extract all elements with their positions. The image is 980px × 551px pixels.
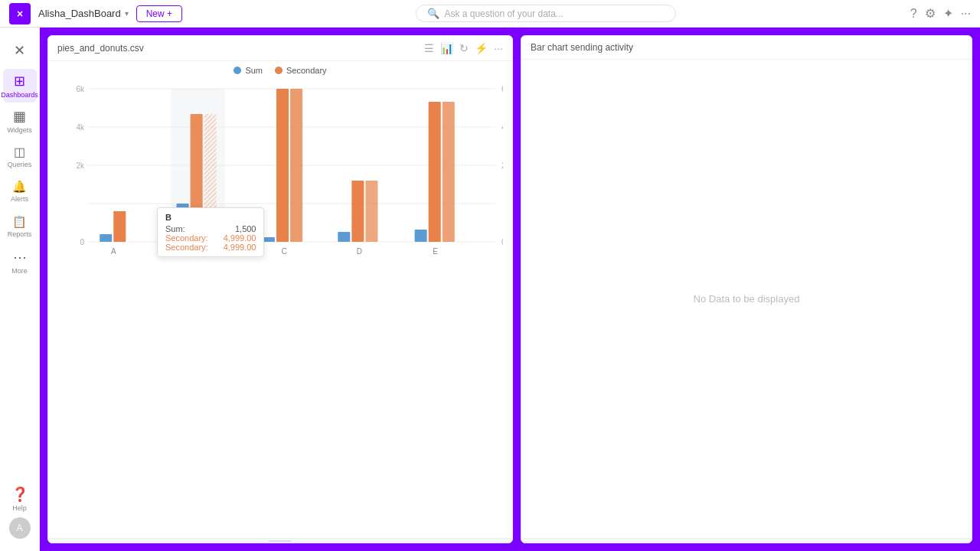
svg-text:2k: 2k	[77, 161, 86, 170]
tooltip-secondary2-row: Secondary: 4,999.00	[165, 243, 256, 252]
svg-rect-24	[276, 89, 289, 242]
tooltip-secondary2-value: 4,999.00	[224, 243, 256, 252]
svg-text:E: E	[433, 247, 438, 256]
dashboards-icon: ⊞	[14, 73, 25, 90]
sidebar-item-dashboards[interactable]: ⊞ Dashboards	[3, 69, 37, 103]
refresh-icon[interactable]: ↻	[459, 42, 469, 54]
close-icon: ✕	[14, 42, 25, 59]
right-panel: Bar chart sending activity No Data to be…	[521, 35, 972, 543]
more-actions-icon[interactable]: ···	[961, 7, 971, 21]
search-area: 🔍 Ask a question of your data...	[190, 5, 903, 22]
settings-icon[interactable]: ⚙	[925, 6, 936, 21]
svg-rect-13	[100, 234, 112, 242]
widgets-label: Widgets	[7, 126, 32, 134]
help-label: Help	[12, 504, 27, 512]
sidebar-item-help[interactable]: ❓ Help	[3, 482, 37, 516]
resize-indicator	[269, 540, 292, 542]
sum-dot	[234, 67, 241, 74]
tooltip-secondary1-label: Secondary:	[165, 233, 208, 243]
chart-icon[interactable]: 📊	[440, 42, 453, 54]
svg-rect-29	[365, 181, 377, 242]
widgets-icon: ▦	[13, 108, 26, 125]
svg-rect-23	[263, 237, 275, 242]
sidebar-item-more[interactable]: ⋯ More	[3, 245, 37, 279]
queries-icon: ◫	[14, 145, 25, 159]
sum-label: Sum	[245, 66, 263, 75]
tooltip-secondary1-value: 4,999.00	[224, 233, 256, 243]
main-content: pies_and_donuts.csv ☰ 📊 ↻ ⚡ ··· Sum Seco…	[40, 28, 980, 551]
title-chevron-icon: ▾	[125, 9, 129, 18]
tooltip-sum-value: 1,500	[235, 224, 256, 233]
left-panel: pies_and_donuts.csv ☰ 📊 ↻ ⚡ ··· Sum Seco…	[47, 35, 513, 543]
svg-rect-31	[415, 230, 427, 242]
svg-rect-14	[113, 211, 126, 242]
sidebar: ✕ ⊞ Dashboards ▦ Widgets ◫ Queries 🔔 Ale…	[0, 28, 40, 551]
dashboard-title[interactable]: Alisha_DashBoard ▾	[38, 8, 129, 19]
chart-legend: Sum Secondary	[48, 61, 512, 75]
sidebar-item-close[interactable]: ✕	[3, 34, 37, 67]
secondary-label: Secondary	[286, 66, 327, 75]
reports-label: Reports	[8, 230, 32, 238]
more-icon: ⋯	[13, 249, 27, 266]
sidebar-item-reports[interactable]: 📋 Reports	[3, 210, 37, 243]
sidebar-item-queries[interactable]: ◫ Queries	[3, 139, 37, 173]
search-bar[interactable]: 🔍 Ask a question of your data...	[416, 5, 676, 22]
bar-chart[interactable]: 6k 4k 2k 0 6k 4k 2k 0 A	[57, 81, 503, 280]
tooltip-title: B	[165, 213, 256, 222]
right-panel-title: Bar chart sending activity	[531, 42, 633, 53]
star-icon[interactable]: ✦	[943, 6, 953, 21]
more-label: More	[11, 267, 28, 275]
svg-rect-25	[290, 89, 302, 242]
chart-area: 6k 4k 2k 0 6k 4k 2k 0 A	[48, 75, 512, 538]
sidebar-item-alerts[interactable]: 🔔 Alerts	[3, 174, 37, 208]
app-logo[interactable]: ×	[9, 3, 31, 24]
tooltip-secondary2-label: Secondary:	[165, 243, 208, 252]
help-icon[interactable]: ?	[910, 7, 917, 21]
no-data-area: No Data to be displayed	[521, 60, 972, 538]
svg-text:6k: 6k	[501, 85, 503, 93]
svg-rect-33	[443, 102, 455, 242]
tooltip-sum-label: Sum:	[165, 224, 185, 233]
alerts-icon: 🔔	[12, 180, 27, 194]
search-placeholder: Ask a question of your data...	[444, 8, 563, 19]
left-panel-actions: ☰ 📊 ↻ ⚡ ···	[424, 42, 503, 54]
svg-rect-27	[338, 232, 350, 242]
svg-rect-28	[351, 181, 364, 242]
help-circle-icon: ❓	[11, 486, 28, 503]
chart-tooltip: B Sum: 1,500 Secondary: 4,999.00 Seconda…	[157, 207, 264, 257]
svg-text:4k: 4k	[77, 123, 86, 132]
no-data-text: No Data to be displayed	[694, 293, 800, 305]
svg-text:A: A	[111, 247, 116, 256]
svg-text:4k: 4k	[501, 123, 503, 132]
left-panel-title: pies_and_donuts.csv	[57, 43, 144, 54]
legend-secondary: Secondary	[275, 66, 327, 75]
filter-icon[interactable]: ⚡	[475, 42, 488, 54]
user-avatar[interactable]: A	[9, 517, 31, 539]
queries-label: Queries	[8, 161, 32, 168]
topbar: × Alisha_DashBoard ▾ New + 🔍 Ask a quest…	[0, 0, 980, 28]
svg-text:D: D	[357, 247, 362, 256]
svg-text:C: C	[281, 247, 286, 256]
right-resize-handle[interactable]	[521, 538, 972, 543]
search-icon: 🔍	[427, 8, 439, 19]
svg-text:0: 0	[80, 238, 85, 246]
topbar-actions: ? ⚙ ✦ ···	[910, 6, 971, 21]
svg-text:6k: 6k	[77, 85, 86, 93]
right-panel-header: Bar chart sending activity	[521, 36, 972, 60]
new-button[interactable]: New +	[136, 5, 182, 22]
reports-icon: 📋	[12, 215, 27, 229]
alerts-label: Alerts	[11, 195, 28, 203]
svg-rect-32	[429, 102, 441, 242]
tooltip-sum-row: Sum: 1,500	[165, 224, 256, 233]
resize-handle[interactable]	[48, 538, 512, 543]
svg-text:0: 0	[501, 238, 503, 246]
list-icon[interactable]: ☰	[424, 42, 434, 54]
secondary-dot	[275, 67, 283, 74]
legend-sum: Sum	[234, 66, 263, 75]
more-panel-icon[interactable]: ···	[494, 42, 503, 54]
left-panel-header: pies_and_donuts.csv ☰ 📊 ↻ ⚡ ···	[48, 36, 512, 61]
dashboards-label: Dashboards	[1, 91, 38, 99]
svg-text:2k: 2k	[501, 161, 503, 170]
sidebar-item-widgets[interactable]: ▦ Widgets	[3, 104, 37, 138]
tooltip-secondary1-row: Secondary: 4,999.00	[165, 233, 256, 243]
